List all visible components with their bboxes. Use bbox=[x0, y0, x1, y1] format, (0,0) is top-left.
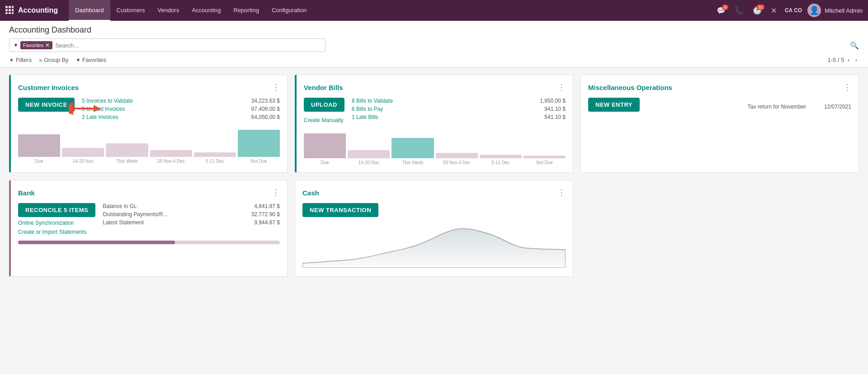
bank-menu[interactable] bbox=[272, 188, 280, 198]
new-entry-button[interactable]: NEW ENTRY bbox=[588, 98, 640, 112]
top-navbar: Accounting Dashboard Customers Vendors A… bbox=[0, 0, 868, 21]
search-submit-icon[interactable]: 🔍 bbox=[850, 41, 859, 50]
ci-bar-label-0: Due bbox=[35, 159, 43, 164]
vb-bar-0: Due bbox=[304, 133, 346, 165]
bank-btn-col: RECONCILE 5 ITEMS Online Synchronization… bbox=[18, 203, 95, 235]
phone-icon: 📞 bbox=[735, 7, 744, 14]
bank-scroll-thumb bbox=[18, 241, 175, 244]
vb-bar-label-2: This Week bbox=[402, 160, 423, 165]
vendor-amount-3: 541.10 $ bbox=[544, 114, 566, 120]
vb-bar-rect-2[interactable] bbox=[392, 138, 434, 158]
vb-bar-1: 14-20 Nov bbox=[348, 150, 390, 165]
bank-scrollbar[interactable] bbox=[18, 241, 280, 244]
vendor-bills-menu[interactable] bbox=[557, 82, 566, 92]
nav-vendors[interactable]: Vendors bbox=[151, 0, 185, 21]
favorites-tag[interactable]: Favorites ✕ bbox=[20, 41, 52, 49]
vb-bar-rect-5[interactable] bbox=[524, 156, 566, 158]
invoice-row-1: 5 Invoices to Validate 34,223.63 $ bbox=[82, 98, 280, 104]
nav-dashboard[interactable]: Dashboard bbox=[69, 0, 110, 21]
avatar[interactable]: 👤 bbox=[807, 4, 821, 17]
vb-bar-rect-1[interactable] bbox=[348, 150, 390, 158]
svg-rect-8 bbox=[12, 12, 14, 14]
next-page-btn[interactable]: › bbox=[854, 56, 859, 64]
vb-bar-5: Not Due bbox=[524, 156, 566, 165]
filters-btn[interactable]: ▼ Filters bbox=[9, 57, 32, 63]
customer-invoices-menu[interactable] bbox=[272, 82, 280, 92]
svg-rect-2 bbox=[12, 6, 14, 8]
vb-bar-label-5: Not Due bbox=[536, 160, 553, 165]
grid-icon[interactable] bbox=[5, 6, 14, 15]
clock-btn[interactable]: 🕐 32 bbox=[750, 5, 764, 17]
vb-bar-rect-4[interactable] bbox=[480, 155, 522, 158]
phone-btn[interactable]: 📞 bbox=[732, 5, 746, 17]
bank-latest-label: Latest Statement bbox=[103, 219, 144, 226]
misc-operations-card: Miscellaneous Operations NEW ENTRY Tax r… bbox=[580, 75, 859, 173]
cash-header: Cash bbox=[302, 188, 566, 198]
vendor-label-3[interactable]: 1 Late Bills bbox=[352, 114, 378, 120]
favorites-btn[interactable]: ★ Favorites bbox=[76, 57, 106, 63]
customer-invoices-data: NEW INVOICE bbox=[18, 98, 280, 122]
bank-gl-label: Balance in GL bbox=[103, 203, 137, 209]
prev-page-btn[interactable]: ‹ bbox=[846, 56, 851, 64]
svg-rect-5 bbox=[12, 9, 14, 11]
reconcile-button[interactable]: RECONCILE 5 ITEMS bbox=[18, 203, 95, 217]
search-input[interactable] bbox=[55, 42, 321, 49]
create-import-link[interactable]: Create or Import Statements bbox=[18, 229, 95, 235]
vb-bar-3: 28 Nov-4 Dec bbox=[436, 153, 478, 165]
user-name: Mitchell Admin bbox=[825, 7, 863, 14]
vendor-row-2: 6 Bills to Pay 941.10 $ bbox=[352, 106, 566, 112]
upload-button[interactable]: UPLOAD bbox=[304, 98, 344, 112]
bank-row-outstanding: Outstanding Payments/R... 32,772.90 $ bbox=[103, 211, 280, 218]
misc-date-1: 12/07/2021 bbox=[824, 104, 851, 110]
nav-configuration[interactable]: Configuration bbox=[265, 0, 313, 21]
nav-customers[interactable]: Customers bbox=[110, 0, 151, 21]
tag-close-icon[interactable]: ✕ bbox=[45, 42, 50, 48]
new-invoice-col: NEW INVOICE bbox=[18, 98, 75, 122]
misc-menu[interactable] bbox=[843, 82, 851, 92]
online-sync-link[interactable]: Online Synchronization bbox=[18, 220, 95, 226]
svg-rect-4 bbox=[9, 9, 11, 11]
cash-menu[interactable] bbox=[557, 188, 566, 198]
ci-bar-rect-1[interactable] bbox=[62, 148, 104, 157]
notifications-btn[interactable]: 💬 9 bbox=[714, 5, 728, 17]
misc-label-1[interactable]: Tax return for November bbox=[748, 104, 806, 110]
topnav-right: 💬 9 📞 🕐 32 ✕ CA CO 👤 Mitchell Admin bbox=[714, 4, 863, 17]
new-transaction-button[interactable]: NEW TRANSACTION bbox=[302, 203, 378, 217]
ci-bar-label-2: This Week bbox=[116, 159, 137, 164]
ci-bar-rect-2[interactable] bbox=[106, 143, 148, 157]
svg-rect-0 bbox=[5, 6, 8, 8]
vendor-label-1[interactable]: 8 Bills to Validate bbox=[352, 98, 393, 104]
vb-bar-4: 5-11 Dec bbox=[480, 155, 522, 165]
vb-bar-rect-0[interactable] bbox=[304, 133, 346, 158]
pagination-text: 1-5 / 5 bbox=[827, 57, 844, 63]
ci-bar-5: Not Due bbox=[238, 130, 280, 164]
filter-tag-icon: ▼ bbox=[13, 42, 19, 48]
invoice-label-2[interactable]: 5 Unpaid Invoices bbox=[82, 106, 125, 112]
close-btn[interactable]: ✕ bbox=[768, 5, 779, 17]
vb-bar-label-0: Due bbox=[321, 160, 329, 165]
new-invoice-button[interactable]: NEW INVOICE bbox=[18, 98, 75, 112]
misc-rows: Tax return for November 12/07/2021 bbox=[748, 104, 851, 110]
top-menu: Dashboard Customers Vendors Accounting R… bbox=[69, 0, 714, 21]
vb-bar-label-3: 28 Nov-4 Dec bbox=[443, 160, 471, 165]
page-title: Accounting Dashboard bbox=[9, 25, 859, 38]
vendor-label-2[interactable]: 6 Bills to Pay bbox=[352, 106, 383, 112]
ci-bar-2: This Week bbox=[106, 143, 148, 164]
invoice-label-3[interactable]: 2 Late Invoices bbox=[82, 114, 118, 120]
star-icon: ★ bbox=[76, 57, 80, 63]
ci-bar-rect-4[interactable] bbox=[194, 152, 236, 157]
ci-bar-rect-5[interactable] bbox=[238, 130, 280, 157]
upload-col: UPLOAD Create Manually bbox=[304, 98, 344, 123]
invoice-label-1[interactable]: 5 Invoices to Validate bbox=[82, 98, 133, 104]
vb-bar-2: This Week bbox=[392, 138, 434, 165]
nav-reporting[interactable]: Reporting bbox=[227, 0, 265, 21]
vb-bar-rect-3[interactable] bbox=[436, 153, 478, 158]
create-manually-link[interactable]: Create Manually bbox=[304, 117, 344, 123]
ci-bar-rect-0[interactable] bbox=[18, 134, 60, 157]
groupby-btn[interactable]: ≡ Group By bbox=[39, 57, 68, 63]
ci-bar-rect-3[interactable] bbox=[150, 150, 192, 157]
nav-accounting[interactable]: Accounting bbox=[185, 0, 227, 21]
cash-card: Cash NEW TRANSACTION bbox=[295, 180, 573, 277]
empty-card bbox=[580, 180, 859, 277]
vendor-amount-2: 941.10 $ bbox=[544, 106, 566, 112]
